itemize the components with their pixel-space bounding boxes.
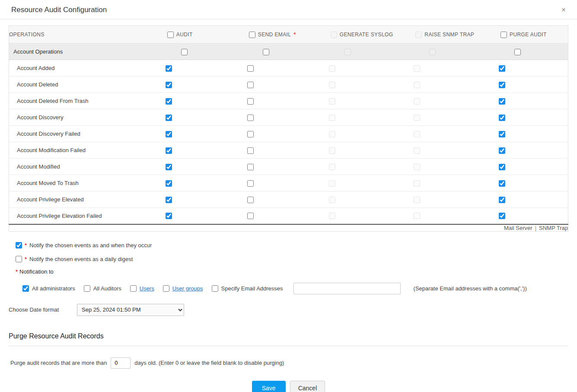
send-email-checkbox[interactable]: [247, 82, 254, 88]
column-label-generate-syslog: GENERATE SYSLOG: [340, 32, 393, 38]
audit-checkbox[interactable]: [166, 213, 172, 219]
send-email-checkbox[interactable]: [247, 197, 254, 203]
checkbox-cell: [329, 142, 414, 159]
checkbox-cell: [166, 175, 247, 191]
checkbox-cell: [247, 142, 329, 159]
operation-label: Account Operations: [9, 44, 166, 60]
checkbox-cell: [499, 208, 568, 224]
operation-label: Account Modified: [9, 159, 166, 175]
recipient-all-auditors: All Auditors: [84, 285, 121, 292]
audit-checkbox[interactable]: [166, 197, 172, 203]
purge-audit-checkbox[interactable]: [499, 147, 505, 154]
column-header-purge-audit: PURGE AUDIT: [499, 26, 568, 44]
send-email-checkbox[interactable]: [263, 49, 269, 55]
checkbox-cell: [414, 60, 499, 76]
send-email-checkbox[interactable]: [247, 213, 254, 219]
generate-syslog-checkbox: [329, 164, 335, 170]
send-email-checkbox[interactable]: [247, 164, 254, 170]
mail-server-link[interactable]: Mail Server: [504, 225, 532, 231]
send-email-checkbox[interactable]: [247, 180, 254, 187]
send-email-checkbox[interactable]: [247, 131, 254, 137]
checkbox-cell: [247, 175, 329, 191]
checkbox-cell: [499, 159, 568, 175]
close-icon[interactable]: ×: [560, 5, 567, 14]
checkbox-cell: [414, 76, 499, 93]
checkbox-cell: [247, 44, 329, 60]
cancel-button[interactable]: Cancel: [290, 381, 325, 392]
audit-checkbox[interactable]: [166, 131, 172, 137]
purge-audit-checkbox[interactable]: [499, 82, 505, 88]
purge-audit-column-checkbox[interactable]: [500, 32, 507, 38]
audit-checkbox[interactable]: [181, 49, 188, 55]
audit-checkbox[interactable]: [166, 98, 172, 105]
email-hint-text: (Separate Email addresses with a comma('…: [414, 285, 527, 292]
purge-audit-checkbox[interactable]: [499, 164, 505, 170]
checkbox-cell: [414, 44, 499, 60]
operation-label: Account Discovery Failed: [9, 126, 166, 142]
date-format-label: Choose Date format: [9, 306, 77, 313]
column-header-send-email: SEND EMAIL*: [247, 26, 329, 44]
users-checkbox[interactable]: [130, 285, 137, 292]
table-row: Account Privilege Elevated: [9, 191, 568, 208]
checkbox-cell: [499, 60, 568, 76]
purge-audit-checkbox[interactable]: [499, 98, 505, 105]
purge-audit-checkbox[interactable]: [499, 197, 505, 203]
dialog-header: Resource Audit Configuration ×: [0, 0, 577, 19]
required-asterisk: *: [25, 256, 27, 262]
send-email-checkbox[interactable]: [247, 65, 254, 72]
checkbox-cell: [329, 159, 414, 175]
operations-table-footer: Mail Server|SNMP Trap: [9, 224, 568, 232]
table-footer: Mail Server|SNMP Trap: [9, 224, 568, 232]
table-row: Account Discovery: [9, 109, 568, 126]
checkbox-cell: [247, 60, 329, 76]
purge-audit-checkbox[interactable]: [499, 131, 505, 137]
notify-digest-checkbox[interactable]: [16, 256, 22, 262]
date-format-select[interactable]: Sep 25, 2024 01:50 PM: [77, 304, 184, 316]
user-groups-link[interactable]: User groups: [172, 285, 203, 292]
checkbox-cell: [247, 126, 329, 142]
operations-table: OPERATIONS AUDIT SEND EMAIL*: [9, 25, 568, 232]
generate-syslog-checkbox: [344, 49, 351, 55]
generate-syslog-checkbox: [329, 82, 335, 88]
audit-checkbox[interactable]: [166, 180, 172, 187]
audit-checkbox[interactable]: [166, 115, 172, 121]
audit-checkbox[interactable]: [166, 164, 172, 170]
purge-audit-checkbox[interactable]: [499, 65, 505, 72]
specify-email-checkbox[interactable]: [212, 285, 218, 292]
footer-separator: |: [535, 225, 536, 231]
user-groups-checkbox[interactable]: [163, 285, 169, 292]
notification-to-row: * Notification to: [16, 268, 568, 275]
column-header-generate-syslog: GENERATE SYSLOG: [329, 26, 414, 44]
purge-section-title: Purge Resource Audit Records: [9, 332, 568, 346]
checkbox-cell: [414, 126, 499, 142]
users-link[interactable]: Users: [140, 285, 154, 292]
send-email-checkbox[interactable]: [247, 147, 254, 154]
checkbox-cell: [329, 109, 414, 126]
checkbox-cell: [166, 93, 247, 109]
purge-days-input[interactable]: [111, 357, 131, 369]
save-button[interactable]: Save: [252, 381, 286, 392]
send-email-checkbox[interactable]: [247, 98, 254, 105]
audit-checkbox[interactable]: [166, 82, 172, 88]
send-email-column-checkbox[interactable]: [249, 32, 255, 38]
all-administrators-label: All administrators: [32, 285, 75, 292]
all-administrators-checkbox[interactable]: [22, 285, 29, 292]
audit-checkbox[interactable]: [166, 65, 172, 72]
send-email-checkbox[interactable]: [247, 115, 254, 121]
purge-audit-checkbox[interactable]: [499, 180, 505, 187]
audit-column-checkbox[interactable]: [167, 32, 174, 38]
all-auditors-checkbox[interactable]: [84, 285, 90, 292]
checkbox-cell: [414, 208, 499, 224]
snmp-trap-link[interactable]: SNMP Trap: [539, 225, 568, 231]
checkbox-cell: [329, 93, 414, 109]
operations-tbody: Account OperationsAccount AddedAccount D…: [9, 44, 568, 224]
notify-immediate-checkbox[interactable]: [16, 242, 22, 249]
audit-checkbox[interactable]: [166, 147, 172, 154]
purge-audit-checkbox[interactable]: [514, 49, 521, 55]
checkbox-cell: [499, 191, 568, 208]
purge-audit-checkbox[interactable]: [499, 213, 505, 219]
table-row: Account Added: [9, 60, 568, 76]
purge-audit-checkbox[interactable]: [499, 115, 505, 121]
email-addresses-input[interactable]: [293, 283, 401, 294]
table-row: Account Moved To Trash: [9, 175, 568, 191]
